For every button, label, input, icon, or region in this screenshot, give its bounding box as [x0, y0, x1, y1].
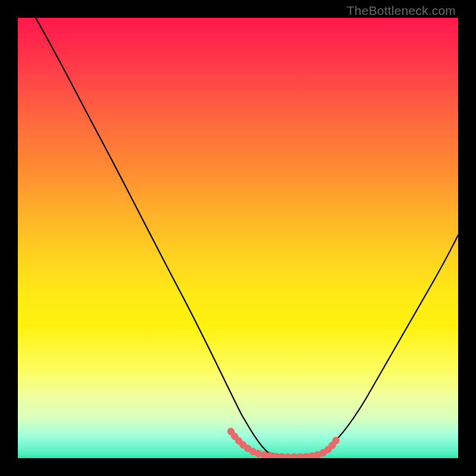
- watermark-text: TheBottleneck.com: [347, 4, 456, 18]
- chart-svg: [18, 18, 458, 458]
- red-flat-segment: [231, 431, 338, 457]
- black-curve: [36, 18, 458, 456]
- plot-area: [18, 18, 458, 458]
- chart-container: TheBottleneck.com: [0, 0, 476, 476]
